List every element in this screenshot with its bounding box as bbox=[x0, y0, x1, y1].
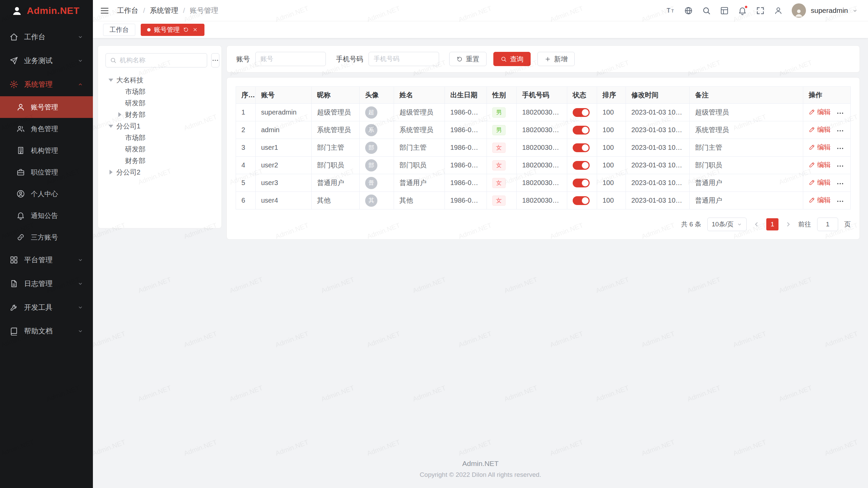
column-header: 备注 bbox=[690, 87, 803, 104]
sidebar-item-workbench[interactable]: 工作台 bbox=[0, 25, 93, 49]
layout-config-icon[interactable] bbox=[720, 6, 729, 15]
tree-node-branch-1[interactable]: 分公司1 bbox=[105, 120, 214, 132]
tree-node-branch-2[interactable]: 分公司2 bbox=[105, 166, 214, 178]
font-size-icon[interactable]: TT bbox=[666, 6, 675, 15]
row-more-button[interactable] bbox=[836, 197, 844, 205]
org-search-box[interactable] bbox=[105, 53, 207, 67]
tab-account-management[interactable]: 账号管理 bbox=[141, 24, 204, 36]
phone-input[interactable] bbox=[369, 52, 439, 66]
notification-bell-icon[interactable] bbox=[738, 6, 747, 15]
column-header: 出生日期 bbox=[445, 87, 487, 104]
edit-button[interactable]: 编辑 bbox=[809, 125, 831, 134]
gender-tag: 女 bbox=[492, 196, 506, 206]
close-icon[interactable] bbox=[192, 27, 198, 33]
tree-node-marketing-dept[interactable]: 市场部 bbox=[105, 86, 214, 97]
tree-node-finance-dept[interactable]: 财务部 bbox=[105, 109, 214, 120]
send-icon bbox=[9, 56, 18, 65]
column-header: 手机号码 bbox=[517, 87, 567, 104]
org-tree: 大名科技市场部研发部财务部分公司1市场部研发部财务部分公司2 bbox=[105, 74, 214, 178]
add-button[interactable]: 新增 bbox=[537, 52, 575, 66]
sidebar-item-notice[interactable]: 通知公告 bbox=[0, 205, 93, 226]
search-icon[interactable] bbox=[702, 6, 711, 15]
tree-toolbar bbox=[105, 53, 214, 67]
home-icon bbox=[9, 33, 18, 41]
status-toggle[interactable] bbox=[573, 143, 590, 152]
toggle-knob bbox=[582, 109, 589, 116]
search-button[interactable]: 查询 bbox=[493, 52, 531, 66]
tab-workbench[interactable]: 工作台 bbox=[103, 24, 135, 36]
fullscreen-icon[interactable] bbox=[756, 6, 765, 15]
cell-account: superadmin bbox=[256, 104, 312, 121]
row-more-button[interactable] bbox=[836, 180, 844, 188]
reset-button[interactable]: 重置 bbox=[449, 52, 487, 66]
account-input[interactable] bbox=[255, 52, 326, 66]
caret-right-icon[interactable] bbox=[116, 110, 124, 119]
sidebar-item-dev-tools[interactable]: 开发工具 bbox=[0, 296, 93, 319]
sidebar-item-org-management[interactable]: 机构管理 bbox=[0, 140, 93, 161]
cell-modified: 2023-01-03 10:59:44 bbox=[626, 121, 690, 139]
user-avatar[interactable] bbox=[792, 3, 806, 18]
tab-active-dot bbox=[147, 28, 151, 32]
sidebar-item-help-docs[interactable]: 帮助文档 bbox=[0, 319, 93, 343]
edit-button[interactable]: 编辑 bbox=[809, 143, 831, 152]
org-tree-panel: 大名科技市场部研发部财务部分公司1市场部研发部财务部分公司2 bbox=[98, 45, 222, 228]
sidebar-item-system-management[interactable]: 系统管理 bbox=[0, 73, 93, 96]
sidebar-item-platform-management[interactable]: 平台管理 bbox=[0, 248, 93, 272]
caret-down-icon[interactable] bbox=[107, 76, 115, 84]
status-toggle[interactable] bbox=[573, 179, 590, 187]
tree-node-label: 分公司1 bbox=[116, 122, 140, 131]
row-more-button[interactable] bbox=[836, 127, 844, 135]
chevron-down-icon[interactable] bbox=[852, 8, 858, 14]
status-toggle[interactable] bbox=[573, 161, 590, 170]
page-size-select[interactable]: 10条/页 bbox=[707, 218, 747, 231]
sidebar-item-log-management[interactable]: 日志管理 bbox=[0, 272, 93, 296]
status-toggle[interactable] bbox=[573, 196, 590, 205]
username[interactable]: superadmin bbox=[811, 6, 848, 15]
tree-node-finance-dept[interactable]: 财务部 bbox=[105, 155, 214, 166]
toggle-knob bbox=[582, 144, 589, 151]
row-more-button[interactable] bbox=[836, 162, 844, 170]
sidebar-item-label: 通知公告 bbox=[31, 211, 83, 220]
tree-node-daming-tech[interactable]: 大名科技 bbox=[105, 74, 214, 86]
caret-down-icon[interactable] bbox=[107, 122, 115, 130]
refresh-icon[interactable] bbox=[183, 27, 189, 33]
status-toggle[interactable] bbox=[573, 108, 590, 117]
breadcrumb-item[interactable]: 系统管理 bbox=[150, 6, 178, 15]
tree-node-marketing-dept[interactable]: 市场部 bbox=[105, 132, 214, 143]
next-page-button[interactable] bbox=[785, 221, 792, 228]
accounts-table: 序号账号昵称头像姓名出生日期性别手机号码状态排序修改时间备注操作 1supera… bbox=[236, 86, 851, 209]
sidebar-item-personal-center[interactable]: 个人中心 bbox=[0, 183, 93, 205]
goto-page-input[interactable] bbox=[817, 218, 838, 231]
cell-nickname: 其他 bbox=[312, 192, 360, 209]
caret-right-icon[interactable] bbox=[107, 168, 115, 176]
edit-button[interactable]: 编辑 bbox=[809, 178, 831, 187]
row-more-button[interactable] bbox=[836, 144, 844, 152]
tree-node-label: 财务部 bbox=[125, 110, 145, 119]
breadcrumb-item[interactable]: 账号管理 bbox=[190, 6, 218, 15]
tree-more-button[interactable] bbox=[211, 53, 219, 67]
hamburger-menu-icon[interactable] bbox=[100, 6, 110, 16]
cell-gender: 女 bbox=[487, 174, 517, 192]
edit-button[interactable]: 编辑 bbox=[809, 160, 831, 169]
tree-node-rnd-dept[interactable]: 研发部 bbox=[105, 143, 214, 155]
status-toggle[interactable] bbox=[573, 126, 590, 135]
notification-badge bbox=[744, 5, 748, 9]
sidebar-item-third-party-account[interactable]: 三方账号 bbox=[0, 226, 93, 248]
breadcrumb-item[interactable]: 工作台 bbox=[117, 6, 138, 15]
tree-node-rnd-dept[interactable]: 研发部 bbox=[105, 97, 214, 109]
edit-button[interactable]: 编辑 bbox=[809, 107, 831, 117]
sidebar-item-business-test[interactable]: 业务测试 bbox=[0, 49, 93, 73]
locale-icon[interactable] bbox=[684, 6, 693, 15]
org-search-input[interactable] bbox=[120, 57, 203, 64]
cell-account: user4 bbox=[256, 192, 312, 209]
prev-page-button[interactable] bbox=[753, 221, 760, 228]
sidebar-item-position-management[interactable]: 职位管理 bbox=[0, 161, 93, 183]
edit-button[interactable]: 编辑 bbox=[809, 196, 831, 205]
sidebar-item-role-management[interactable]: 角色管理 bbox=[0, 118, 93, 140]
page-number-button[interactable]: 1 bbox=[766, 218, 778, 230]
cell-actions: 编辑 bbox=[803, 104, 851, 121]
user-settings-icon[interactable] bbox=[774, 6, 783, 15]
row-more-button[interactable] bbox=[836, 109, 844, 117]
sidebar-item-account-management[interactable]: 账号管理 bbox=[0, 96, 93, 118]
account-filter: 账号 bbox=[236, 52, 326, 66]
